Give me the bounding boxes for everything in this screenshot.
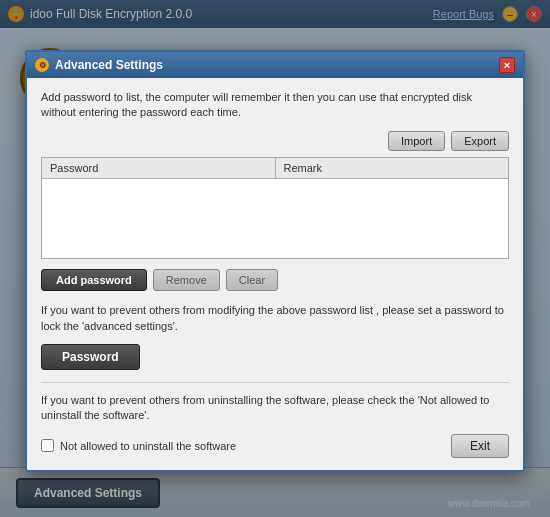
action-buttons-row: Add password Remove Clear <box>41 269 509 291</box>
dialog-close-button[interactable]: × <box>499 57 515 73</box>
password-button[interactable]: Password <box>41 344 140 370</box>
import-button[interactable]: Import <box>388 131 445 151</box>
checkbox-text: Not allowed to uninstall the software <box>60 440 236 452</box>
table-empty-row <box>42 178 508 258</box>
dialog-icon: ⚙ <box>35 58 49 72</box>
table-cell-empty-password <box>42 178 275 258</box>
password-table: Password Remark <box>42 158 508 259</box>
col-remark-header: Remark <box>275 158 508 179</box>
divider <box>41 382 509 383</box>
lock-description: If you want to prevent others from modif… <box>41 303 509 334</box>
checkbox-label[interactable]: Not allowed to uninstall the software <box>41 439 236 452</box>
uninstall-checkbox[interactable] <box>41 439 54 452</box>
uninstall-description: If you want to prevent others from unins… <box>41 393 509 424</box>
description-text: Add password to list, the computer will … <box>41 90 509 121</box>
dialog-titlebar-left: ⚙ Advanced Settings <box>35 58 163 72</box>
add-password-button[interactable]: Add password <box>41 269 147 291</box>
table-header-row: Password Remark <box>42 158 508 179</box>
exit-button[interactable]: Exit <box>451 434 509 458</box>
dialog-body: Add password to list, the computer will … <box>27 78 523 470</box>
col-password-header: Password <box>42 158 275 179</box>
dialog-titlebar: ⚙ Advanced Settings × <box>27 52 523 78</box>
bottom-section: Not allowed to uninstall the software Ex… <box>41 434 509 458</box>
table-cell-empty-remark <box>275 178 508 258</box>
import-export-row: Import Export <box>41 131 509 151</box>
dialog-title: Advanced Settings <box>55 58 163 72</box>
advanced-settings-dialog: ⚙ Advanced Settings × Add password to li… <box>25 50 525 472</box>
export-button[interactable]: Export <box>451 131 509 151</box>
password-table-wrapper: Password Remark <box>41 157 509 260</box>
remove-button[interactable]: Remove <box>153 269 220 291</box>
clear-button[interactable]: Clear <box>226 269 278 291</box>
